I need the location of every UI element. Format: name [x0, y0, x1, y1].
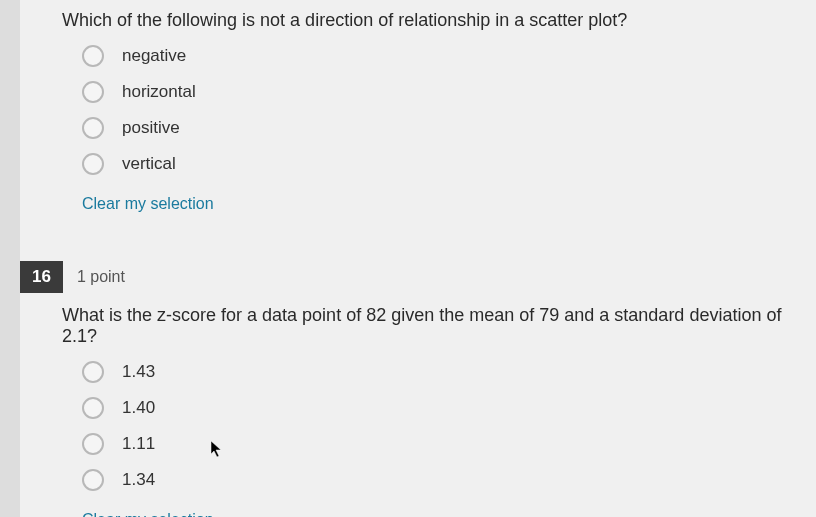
- question-block-16: 16 1 point What is the z-score for a dat…: [20, 251, 816, 517]
- options-list: negative horizontal positive vertical: [82, 45, 816, 175]
- radio-icon[interactable]: [82, 117, 104, 139]
- option-label: horizontal: [122, 82, 196, 102]
- gap: [20, 233, 816, 251]
- option-label: positive: [122, 118, 180, 138]
- option-1-40[interactable]: 1.40: [82, 397, 816, 419]
- option-positive[interactable]: positive: [82, 117, 816, 139]
- radio-icon[interactable]: [82, 153, 104, 175]
- option-1-34[interactable]: 1.34: [82, 469, 816, 491]
- option-label: 1.40: [122, 398, 155, 418]
- radio-icon[interactable]: [82, 361, 104, 383]
- option-label: 1.11: [122, 434, 155, 454]
- option-horizontal[interactable]: horizontal: [82, 81, 816, 103]
- clear-selection-link[interactable]: Clear my selection: [82, 195, 214, 213]
- option-1-11[interactable]: 1.11: [82, 433, 816, 455]
- option-negative[interactable]: negative: [82, 45, 816, 67]
- question-text: Which of the following is not a directio…: [62, 10, 816, 31]
- radio-icon[interactable]: [82, 433, 104, 455]
- question-text: What is the z-score for a data point of …: [62, 305, 816, 347]
- radio-icon[interactable]: [82, 397, 104, 419]
- option-1-43[interactable]: 1.43: [82, 361, 816, 383]
- option-label: 1.43: [122, 362, 155, 382]
- clear-selection-link[interactable]: Clear my selection: [82, 511, 214, 517]
- radio-icon[interactable]: [82, 469, 104, 491]
- quiz-page: Which of the following is not a directio…: [20, 0, 816, 517]
- options-list: 1.43 1.40 1.11 1.34: [82, 361, 816, 491]
- radio-icon[interactable]: [82, 45, 104, 67]
- radio-icon[interactable]: [82, 81, 104, 103]
- question-points: 1 point: [77, 268, 125, 286]
- option-label: negative: [122, 46, 186, 66]
- option-label: vertical: [122, 154, 176, 174]
- left-margin: [0, 0, 20, 517]
- option-vertical[interactable]: vertical: [82, 153, 816, 175]
- question-block-15: Which of the following is not a directio…: [20, 0, 816, 233]
- question-header: 16 1 point: [20, 261, 816, 293]
- question-number-badge: 16: [20, 261, 63, 293]
- option-label: 1.34: [122, 470, 155, 490]
